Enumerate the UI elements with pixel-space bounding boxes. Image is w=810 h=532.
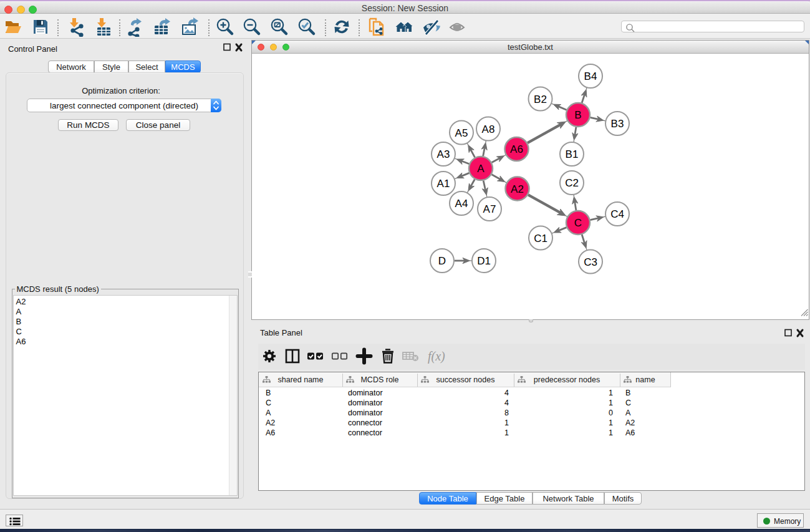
svg-text:B4: B4 [584,70,597,82]
svg-text:C1: C1 [534,233,547,244]
svg-text:A3: A3 [437,148,450,160]
svg-text:f(x): f(x) [428,349,445,364]
svg-text:B: B [574,109,581,121]
svg-text:C4: C4 [610,208,624,220]
svg-text:A2: A2 [511,183,524,195]
svg-text:B3: B3 [611,118,624,130]
svg-text:A1: A1 [437,178,450,190]
svg-text:C: C [574,217,582,229]
svg-text:A8: A8 [482,123,495,135]
svg-text:A6: A6 [510,143,523,155]
svg-text:A5: A5 [455,127,468,139]
svg-text:A: A [477,163,485,175]
svg-text:A4: A4 [455,198,468,210]
svg-text:D1: D1 [477,255,491,267]
svg-text:C2: C2 [565,177,579,189]
svg-text:B2: B2 [534,94,547,105]
svg-text:A7: A7 [483,203,496,215]
svg-text:D: D [438,255,446,267]
svg-text:C3: C3 [584,256,597,268]
svg-text:B1: B1 [566,148,579,160]
